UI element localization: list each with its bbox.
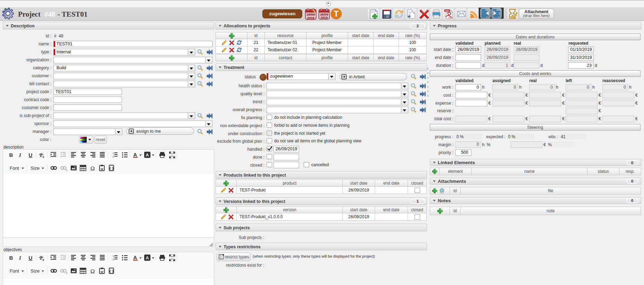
svg-text:Adobe: Adobe [448,17,453,19]
svg-text:PDF: PDF [445,10,450,12]
svg-text:2019: 2019 [307,16,314,20]
svg-text:2019: 2019 [321,16,328,19]
